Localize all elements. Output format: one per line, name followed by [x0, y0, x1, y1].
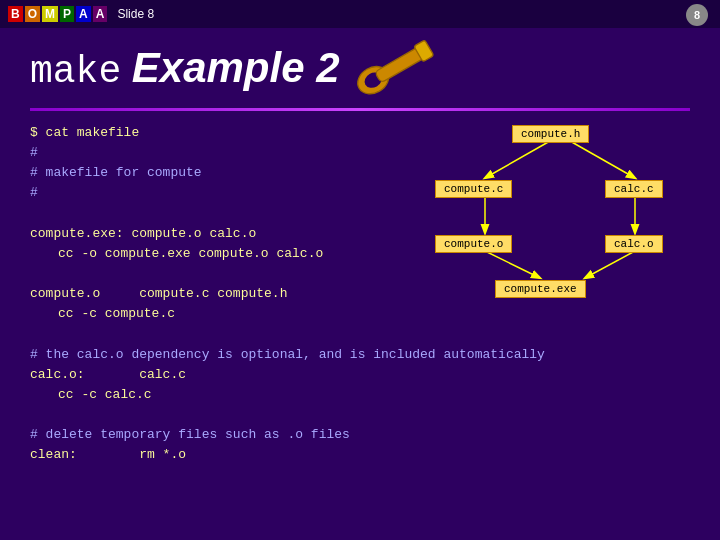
box-calc-o: calc.o: [605, 235, 663, 253]
code-line-9: compute.o compute.c compute.h: [30, 284, 690, 304]
code-line-14: cc -c calc.c: [58, 385, 690, 405]
main-content: make Example 2 $ cat makefile # # makefi…: [0, 28, 720, 475]
logo: B O M P A A: [8, 6, 107, 22]
slide-label: Slide 8: [117, 7, 154, 21]
title-area: make Example 2: [30, 38, 690, 98]
code-line-16: # delete temporary files such as .o file…: [30, 425, 690, 445]
logo-o: O: [25, 6, 40, 22]
diagram-area: compute.h compute.c calc.c compute.o cal…: [430, 123, 690, 283]
code-line-11: [30, 324, 690, 344]
svg-line-5: [570, 141, 635, 178]
slide-number-badge: 8: [686, 4, 708, 26]
logo-a1: A: [76, 6, 91, 22]
svg-line-9: [585, 251, 635, 278]
wrench-icon: [350, 38, 440, 98]
box-calc-c: calc.c: [605, 180, 663, 198]
logo-a2: A: [93, 6, 108, 22]
code-line-17: clean: rm *.o: [30, 445, 690, 465]
code-line-10: cc -c compute.c: [58, 304, 690, 324]
title-example: Example 2: [132, 44, 340, 91]
diagram-svg: [430, 123, 690, 283]
logo-b: B: [8, 6, 23, 22]
code-line-12: # the calc.o dependency is optional, and…: [30, 345, 690, 365]
logo-m: M: [42, 6, 58, 22]
divider: [30, 108, 690, 111]
top-bar: B O M P A A Slide 8: [0, 0, 720, 28]
svg-line-8: [485, 251, 540, 278]
slide-title: make Example 2: [30, 44, 340, 93]
box-compute-exe: compute.exe: [495, 280, 586, 298]
svg-line-4: [485, 141, 550, 178]
title-make: make: [30, 50, 121, 93]
code-line-15: [30, 405, 690, 425]
box-compute-h: compute.h: [512, 125, 589, 143]
code-line-13: calc.o: calc.c: [30, 365, 690, 385]
box-compute-c: compute.c: [435, 180, 512, 198]
logo-p: P: [60, 6, 74, 22]
box-compute-o: compute.o: [435, 235, 512, 253]
